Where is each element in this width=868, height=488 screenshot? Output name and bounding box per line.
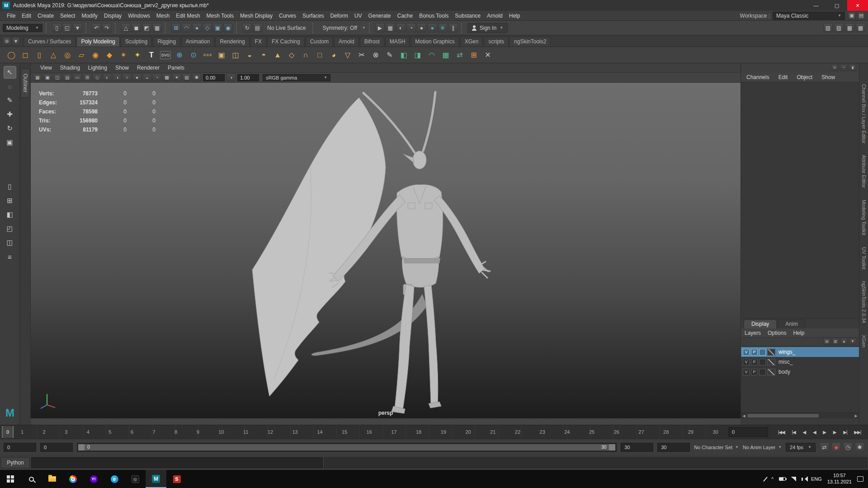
playback-loop-icon[interactable]: ⇄ xyxy=(820,442,829,452)
layer-color-swatch[interactable] xyxy=(767,349,775,356)
ipr-render-icon[interactable]: ◐ xyxy=(396,23,406,33)
poly-helix-icon[interactable]: ✶ xyxy=(117,48,130,62)
panel-history-icon[interactable]: ◔ xyxy=(840,64,847,71)
range-start-handle[interactable] xyxy=(78,444,85,450)
shelf-tab-icon[interactable]: ▼ xyxy=(12,37,20,45)
layer-visibility-toggle[interactable]: V xyxy=(743,359,750,366)
arnold-renderer-icon[interactable]: ● xyxy=(428,23,437,33)
shaded-display-icon[interactable]: ◐ xyxy=(103,74,112,81)
layer-display-type-toggle[interactable] xyxy=(759,349,766,356)
maximize-button[interactable]: ▢ xyxy=(826,0,847,11)
menu-item[interactable]: File xyxy=(4,13,19,19)
center-pivot-icon[interactable]: ⊞ xyxy=(467,48,481,62)
group-divider[interactable] xyxy=(312,23,316,33)
target-weld-icon[interactable]: ⊗ xyxy=(369,48,382,62)
shelf-tab[interactable]: Custom xyxy=(306,37,333,47)
open-render-view-icon[interactable]: ▶ xyxy=(375,23,385,33)
viewport-canvas[interactable]: Verts: 78773 0 0 Edges: 157324 0 0 xyxy=(31,83,741,418)
go-to-start-button[interactable]: |◀◀ xyxy=(778,430,785,435)
playback-start-field[interactable]: 0 xyxy=(40,443,73,452)
svg-tool-icon[interactable]: SVG xyxy=(160,51,171,59)
layer-name[interactable]: body xyxy=(777,369,790,375)
uv-editor-icon[interactable]: ▦ xyxy=(439,48,453,62)
select-tool-icon[interactable]: ↖ xyxy=(4,66,16,79)
poly-disc-icon[interactable]: ◉ xyxy=(89,48,102,62)
layer-editor-tab[interactable]: Display xyxy=(744,319,777,328)
new-empty-layer-icon[interactable]: ▤ xyxy=(823,338,830,345)
menu-item[interactable]: Bonus Tools xyxy=(416,13,452,19)
make-live-icon[interactable]: ◉ xyxy=(223,23,233,33)
group-divider[interactable] xyxy=(46,23,49,33)
list-inputs-icon[interactable]: ▤ xyxy=(253,23,262,33)
separate-icon[interactable]: ◫ xyxy=(229,48,242,62)
side-tab[interactable]: Attribute Editor xyxy=(861,155,867,188)
colorspace-dropdown[interactable]: sRGB gamma ▼ xyxy=(263,74,330,81)
xray-toggle-icon[interactable]: ▧ xyxy=(182,74,191,81)
combine-icon[interactable]: ▣ xyxy=(215,48,228,62)
stopwatch-icon[interactable]: ◷ xyxy=(843,442,853,452)
snap-to-grid-icon[interactable]: ⊞ xyxy=(171,23,181,33)
group-divider[interactable] xyxy=(85,23,89,33)
outliner-tab[interactable]: Outliner xyxy=(21,69,30,98)
panel-bookmark-icon[interactable]: ▮ xyxy=(849,64,856,71)
maya-taskbar-icon[interactable]: M xyxy=(146,470,166,488)
redo-icon[interactable]: ↷ xyxy=(102,23,112,33)
transfer-attributes-icon[interactable]: ⇄ xyxy=(453,48,467,62)
layer-row[interactable]: V P misc_ xyxy=(741,357,859,367)
channel-box-menu-item[interactable]: Channels xyxy=(746,74,769,80)
go-to-end-button[interactable]: ▶▶| xyxy=(854,430,861,435)
undo-icon[interactable]: ↶ xyxy=(92,23,101,33)
pause-icon[interactable]: ∥ xyxy=(448,23,458,33)
layer-display-type-toggle[interactable] xyxy=(759,359,766,366)
menu-item[interactable]: Curves xyxy=(276,13,299,19)
menu-item[interactable]: Create xyxy=(34,13,57,19)
volume-icon[interactable] xyxy=(802,478,803,481)
character-model[interactable] xyxy=(242,90,495,416)
menu-item[interactable]: UV xyxy=(351,13,365,19)
textured-display-icon[interactable]: ◑ xyxy=(113,74,122,81)
menu-item[interactable]: Display xyxy=(101,13,125,19)
menu-item[interactable]: Select xyxy=(57,13,78,19)
gamma-field[interactable]: 1.00 xyxy=(237,74,259,81)
menu-item[interactable]: Windows xyxy=(125,13,153,19)
sign-in-button[interactable]: Sign In ▼ xyxy=(467,23,508,33)
layer-display-type-toggle[interactable] xyxy=(759,369,766,375)
group-divider[interactable] xyxy=(236,23,239,33)
menu-item[interactable]: Substance xyxy=(452,13,484,19)
play-forward-button[interactable]: ▶ xyxy=(823,430,826,435)
bookmarks-icon[interactable]: ▤ xyxy=(63,74,72,81)
exposure-icon[interactable]: ✱ xyxy=(192,74,201,81)
yahoo-icon[interactable]: Y! xyxy=(83,470,104,488)
toggle-attribute-editor-icon[interactable]: ▨ xyxy=(834,23,844,33)
menu-item[interactable]: Mesh xyxy=(153,13,173,19)
open-scene-icon[interactable]: ◱ xyxy=(62,23,72,33)
hypershade-icon[interactable]: ● xyxy=(417,23,426,33)
character-set-dropdown[interactable]: No Character Set ▼ xyxy=(694,445,739,450)
boolean-union-icon[interactable]: ◒ xyxy=(243,48,256,62)
bevel-icon[interactable]: ◇ xyxy=(285,48,298,62)
scale-tool-icon[interactable]: ▣ xyxy=(4,136,16,149)
tray-expand-icon[interactable]: ^ xyxy=(771,477,774,482)
animation-start-field[interactable]: 0 xyxy=(4,443,36,452)
substance-icon[interactable]: S xyxy=(166,470,187,488)
side-tab[interactable]: Modeling Toolkit xyxy=(861,200,867,235)
workspace-menu-icon[interactable]: ▤ xyxy=(857,12,865,20)
group-divider[interactable] xyxy=(369,23,372,33)
shelf-tab[interactable]: FX xyxy=(250,37,266,47)
toggle-modeling-toolkit-icon[interactable]: ▩ xyxy=(845,23,854,33)
playback-range[interactable]: 0 30 xyxy=(78,444,615,450)
move-tool-icon[interactable]: ✚ xyxy=(4,108,16,121)
start-button[interactable] xyxy=(0,470,21,488)
shelf-tab[interactable]: Rendering xyxy=(215,37,249,47)
shelf-tab[interactable]: MASH xyxy=(385,37,410,47)
network-icon[interactable] xyxy=(791,477,796,481)
single-pane-layout-icon[interactable]: ▯ xyxy=(4,180,16,193)
extrude-icon[interactable]: ▲ xyxy=(271,48,284,62)
close-button[interactable]: ✕ xyxy=(847,0,868,11)
reduce-icon[interactable]: ▽ xyxy=(341,48,354,62)
layer-playback-toggle[interactable]: P xyxy=(751,369,758,375)
shelf-tab[interactable]: Animation xyxy=(181,37,214,47)
shelf-tab[interactable]: Poly Modeling xyxy=(76,37,119,47)
shelf-tab[interactable]: scripts xyxy=(484,37,509,47)
menu-item[interactable]: Mesh Display xyxy=(237,13,276,19)
